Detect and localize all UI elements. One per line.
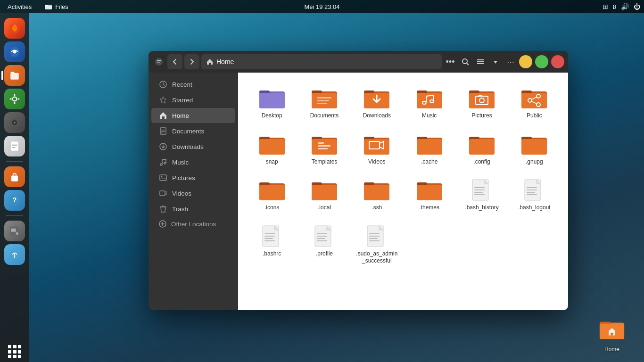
- file-item-bash-logout[interactable]: .bash_logout: [510, 174, 559, 216]
- sidebar-item-music[interactable]: Music: [151, 155, 235, 170]
- svg-rect-66: [417, 93, 442, 108]
- file-item-bash-history[interactable]: .bash_history: [457, 174, 506, 216]
- file-item-downloads[interactable]: Downloads: [353, 82, 401, 124]
- search-button[interactable]: [459, 55, 472, 68]
- file-item-config[interactable]: .config: [457, 128, 506, 171]
- volume-icon[interactable]: 🔊: [621, 3, 629, 10]
- svg-rect-137: [369, 236, 380, 237]
- svg-rect-96: [417, 139, 442, 155]
- sidebar-item-starred[interactable]: Starred: [151, 92, 235, 107]
- file-item-icons[interactable]: .icons: [248, 174, 296, 216]
- sidebar-item-documents[interactable]: Documents: [151, 123, 235, 139]
- add-icon: [159, 220, 166, 228]
- activities-button[interactable]: Activities: [0, 3, 39, 10]
- svg-rect-87: [318, 142, 324, 144]
- file-item-gnupg[interactable]: .gnupg: [510, 128, 559, 171]
- dock-help[interactable]: ?: [4, 190, 25, 211]
- file-item-bashrc[interactable]: .bashrc: [248, 220, 296, 270]
- file-label-themes: .themes: [419, 204, 439, 212]
- svg-rect-116: [474, 187, 485, 188]
- svg-rect-83: [259, 139, 285, 155]
- sidebar-toggle-button[interactable]: [152, 55, 165, 68]
- desktop-home-folder: [599, 318, 625, 344]
- sidebar-item-pictures[interactable]: Pictures: [151, 170, 235, 185]
- file-item-videos[interactable]: Videos: [353, 128, 401, 171]
- maximize-button[interactable]: [535, 55, 548, 68]
- file-item-sudo-admin[interactable]: .sudo_as_admin_successful: [353, 220, 401, 270]
- svg-point-32: [462, 59, 467, 64]
- dock-shop[interactable]: [4, 166, 25, 187]
- dock-settings[interactable]: [4, 89, 25, 109]
- menu-button[interactable]: •••: [444, 55, 457, 68]
- titlebar: Home ••• ⋯: [149, 51, 568, 73]
- file-item-local[interactable]: .local: [300, 174, 348, 216]
- dock-files-icon: [8, 69, 21, 82]
- sidebar-item-downloads[interactable]: Downloads: [151, 139, 235, 154]
- svg-rect-89: [318, 148, 328, 149]
- file-item-profile[interactable]: .profile: [300, 220, 348, 270]
- templates-folder-icon: [311, 133, 338, 156]
- sidebar-item-music-label: Music: [172, 159, 189, 166]
- bluetooth-icon[interactable]: ₿: [613, 3, 616, 10]
- sort-button[interactable]: [489, 55, 502, 68]
- bash-logout-file-icon: [522, 179, 546, 202]
- svg-rect-134: [317, 240, 327, 241]
- tray-icon-1[interactable]: ⊞: [603, 3, 608, 10]
- file-item-snap[interactable]: snap: [248, 128, 296, 171]
- file-label-config: .config: [473, 158, 490, 166]
- power-icon[interactable]: ⏻: [634, 3, 640, 10]
- file-item-cache[interactable]: .cache: [405, 128, 454, 171]
- dock-update[interactable]: [4, 244, 25, 265]
- svg-rect-133: [317, 238, 325, 239]
- svg-rect-38: [160, 128, 166, 134]
- help-icon: ?: [8, 194, 21, 207]
- sidebar-item-home[interactable]: Home: [151, 108, 235, 123]
- pictures-folder-icon: [468, 87, 495, 110]
- file-item-pictures[interactable]: Pictures: [457, 82, 506, 124]
- dock-media[interactable]: [4, 221, 25, 241]
- file-item-desktop[interactable]: Desktop: [248, 82, 296, 124]
- app-name: Files: [39, 3, 74, 10]
- desktop-home-label: Home: [604, 346, 619, 353]
- dock-thunderbird[interactable]: [4, 41, 25, 62]
- sidebar-item-recent[interactable]: Recent: [151, 77, 235, 92]
- dock-notes[interactable]: [4, 136, 25, 156]
- svg-rect-1: [45, 5, 48, 6]
- sidebar-item-other-locations[interactable]: Other Locations: [151, 217, 235, 231]
- svg-rect-47: [160, 191, 165, 196]
- path-bar[interactable]: Home: [201, 54, 442, 69]
- local-folder-icon: [311, 179, 338, 202]
- config-folder-icon: [468, 133, 495, 156]
- minimize-button[interactable]: [519, 55, 532, 68]
- file-item-documents[interactable]: Documents: [300, 82, 348, 124]
- svg-rect-36: [477, 63, 484, 64]
- svg-rect-45: [160, 175, 166, 181]
- dock-audio[interactable]: [4, 112, 25, 133]
- close-button[interactable]: [551, 55, 564, 68]
- sidebar-item-trash[interactable]: Trash: [151, 201, 235, 216]
- update-icon: [8, 248, 21, 261]
- desktop-home-icon[interactable]: Home: [599, 318, 625, 353]
- forward-button[interactable]: [184, 54, 199, 69]
- file-item-templates[interactable]: Templates: [300, 128, 348, 171]
- file-item-themes[interactable]: .themes: [405, 174, 454, 216]
- file-item-music[interactable]: Music: [405, 82, 454, 124]
- more-options-button[interactable]: ⋯: [504, 55, 517, 68]
- sidebar-toggle-icon: [155, 58, 163, 66]
- dock-separator-1: [6, 161, 23, 162]
- svg-rect-10: [17, 99, 19, 100]
- dock-files[interactable]: [4, 65, 25, 86]
- view-options-icon: [476, 58, 485, 66]
- sidebar-item-videos[interactable]: Videos: [151, 186, 235, 201]
- file-grid: Desktop Documents: [248, 82, 559, 270]
- svg-rect-102: [521, 139, 547, 155]
- back-button[interactable]: [167, 54, 182, 69]
- dock-app-grid[interactable]: [4, 341, 25, 362]
- icons-folder-icon: [258, 179, 286, 202]
- file-item-public[interactable]: Public: [510, 82, 559, 124]
- dock-bottom: [4, 341, 25, 362]
- file-item-ssh[interactable]: .ssh: [353, 174, 401, 216]
- topbar-right: ⊞ ₿ 🔊 ⏻: [603, 3, 640, 10]
- dock-firefox[interactable]: [4, 18, 25, 39]
- view-options-button[interactable]: [474, 55, 487, 68]
